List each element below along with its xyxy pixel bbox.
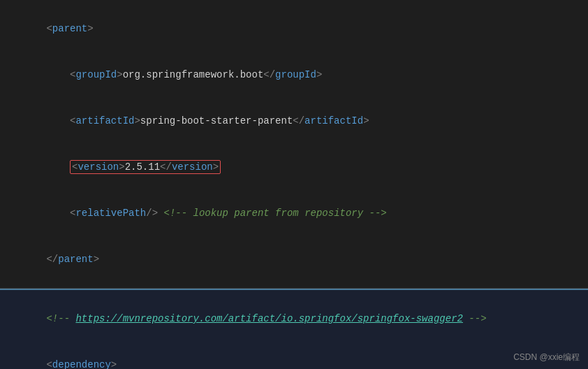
swagger2-link: https://mvnrepository.com/artifact/io.sp… [75, 313, 463, 324]
line-version-parent: <version>2.5.11</version> [11, 144, 577, 190]
line-dependency-open-1: <dependency> [11, 342, 577, 369]
section-middle: <!-- https://mvnrepository.com/artifact/… [0, 290, 588, 369]
line-parent-open: <parent> [11, 6, 577, 52]
line-relative-path: <relativePath/> <!-- lookup parent from … [11, 190, 577, 236]
line-groupid-spring: <groupId>org.springframework.boot</group… [11, 52, 577, 98]
section-top: <parent> <groupId>org.springframework.bo… [0, 0, 588, 289]
code-container: <parent> <groupId>org.springframework.bo… [0, 0, 588, 369]
line-artifactid-parent: <artifactId>spring-boot-starter-parent</… [11, 98, 577, 144]
watermark: CSDN @xxie编程 [513, 352, 580, 363]
line-comment-swagger2: <!-- https://mvnrepository.com/artifact/… [11, 296, 577, 342]
line-parent-close: </parent> [11, 236, 577, 282]
